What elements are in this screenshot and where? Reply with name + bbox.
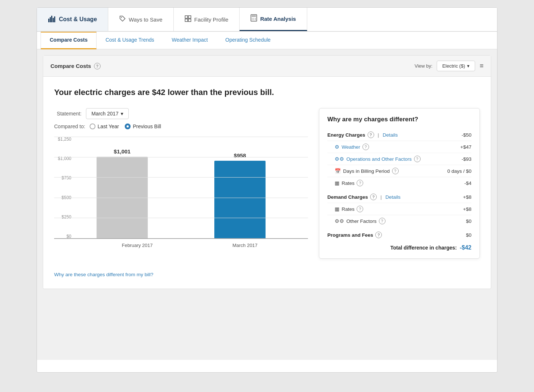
rates-energy-value: -$4 bbox=[464, 180, 471, 186]
view-by-dropdown[interactable]: Electric ($) ▾ bbox=[437, 61, 475, 71]
bar-label-feb: February 2017 bbox=[122, 243, 153, 248]
demand-charges-value: +$8 bbox=[463, 194, 471, 200]
demand-charges-label: Demand Charges ? | Details bbox=[327, 194, 400, 200]
chart-controls: Statement: March 2017 ▾ Compared to: bbox=[54, 108, 308, 129]
svg-rect-6 bbox=[185, 16, 188, 18]
info-box: Why are my charges different? Energy Cha… bbox=[319, 108, 480, 259]
bar-value-mar: $958 bbox=[234, 152, 246, 159]
statement-value: March 2017 bbox=[91, 111, 119, 117]
weather-row: ⚙ Weather ? +$47 bbox=[327, 141, 471, 153]
weather-help-icon[interactable]: ? bbox=[362, 144, 369, 150]
compare-label: Compared to: bbox=[54, 123, 85, 129]
programs-fees-section: Programs and Fees ? $0 bbox=[327, 229, 471, 241]
app-container: Cost & Usage Ways to Save Facility Pro bbox=[37, 7, 497, 373]
svg-point-16 bbox=[253, 19, 254, 20]
card-header: Compare Costs ? View by: Electric ($) ▾ … bbox=[43, 56, 491, 77]
energy-charges-header-row: Energy Charges ? | Details -$50 bbox=[327, 129, 471, 141]
svg-point-5 bbox=[121, 17, 122, 18]
days-billing-value: 0 days / $0 bbox=[447, 168, 471, 174]
svg-point-17 bbox=[255, 19, 256, 20]
demand-charges-details-link[interactable]: Details bbox=[386, 194, 400, 200]
other-factors-label: ⚙⚙ Other Factors ? bbox=[335, 218, 386, 224]
total-row: Total difference in charges: -$42 bbox=[327, 241, 471, 251]
rates-demand-row: ▦ Rates ? +$8 bbox=[327, 203, 471, 215]
calculator-icon bbox=[251, 14, 257, 23]
operations-help-icon[interactable]: ? bbox=[414, 156, 421, 162]
statement-label: Statement: bbox=[54, 111, 82, 117]
weather-value: +$47 bbox=[460, 144, 471, 150]
card-header-right: View by: Electric ($) ▾ ≡ bbox=[414, 61, 484, 71]
bar-label-mar: March 2017 bbox=[232, 243, 257, 248]
radio-group: Last Year Previous Bill bbox=[90, 123, 161, 129]
radio-label-last-year: Last Year bbox=[98, 123, 119, 129]
sub-nav-item-cost-usage-trends[interactable]: Cost & Usage Trends bbox=[97, 32, 163, 49]
operations-value: -$93 bbox=[462, 156, 471, 162]
radio-previous-bill[interactable]: Previous Bill bbox=[125, 123, 161, 129]
top-nav-item-facility-profile[interactable]: Facility Profile bbox=[174, 8, 240, 31]
rates-demand-value: +$8 bbox=[463, 206, 471, 212]
weather-gear-icon: ⚙ bbox=[335, 144, 339, 150]
energy-charges-details-link[interactable]: Details bbox=[383, 132, 398, 138]
info-box-title: Why are my charges different? bbox=[327, 116, 471, 123]
operations-gear-icon: ⚙⚙ bbox=[335, 156, 344, 162]
top-nav-item-ways-to-save[interactable]: Ways to Save bbox=[108, 8, 174, 31]
radio-label-previous-bill: Previous Bill bbox=[133, 123, 161, 129]
chart-section: Statement: March 2017 ▾ Compared to: bbox=[54, 108, 308, 261]
other-factors-help-icon[interactable]: ? bbox=[379, 218, 386, 224]
compare-row: Compared to: Last Year Previous Bill bbox=[54, 123, 308, 129]
programs-fees-help-icon[interactable]: ? bbox=[375, 232, 382, 238]
svg-rect-11 bbox=[252, 15, 256, 17]
sub-nav-item-weather-impact[interactable]: Weather Impact bbox=[163, 32, 217, 49]
top-nav-label-ways-to-save: Ways to Save bbox=[129, 16, 162, 23]
statement-chevron-icon: ▾ bbox=[121, 111, 123, 117]
bar-feb bbox=[97, 157, 148, 239]
rates-demand-help-icon[interactable]: ? bbox=[357, 206, 363, 212]
svg-rect-8 bbox=[185, 19, 188, 22]
bar-chart-container: $1,250 $1,000 $750 $500 $250 $0 bbox=[54, 137, 308, 261]
sub-nav-item-compare-costs[interactable]: Compare Costs bbox=[41, 32, 97, 49]
statement-dropdown[interactable]: March 2017 ▾ bbox=[86, 108, 129, 119]
demand-charges-section: Demand Charges ? | Details +$8 ▦ bbox=[327, 191, 471, 227]
rates-energy-row: ▦ Rates ? -$4 bbox=[327, 177, 471, 189]
energy-charges-help-icon[interactable]: ? bbox=[368, 132, 374, 138]
demand-charges-header-row: Demand Charges ? | Details +$8 bbox=[327, 191, 471, 203]
rates-energy-grid-icon: ▦ bbox=[335, 180, 339, 186]
footer-link[interactable]: Why are these charges different from my … bbox=[54, 272, 153, 277]
bar-mar bbox=[214, 161, 266, 239]
top-nav-item-rate-analysis[interactable]: Rate Analysis bbox=[240, 8, 307, 31]
demand-charges-help-icon[interactable]: ? bbox=[370, 194, 377, 200]
radio-last-year[interactable]: Last Year bbox=[90, 123, 119, 129]
view-by-label: View by: bbox=[414, 63, 432, 69]
content-row: Statement: March 2017 ▾ Compared to: bbox=[54, 108, 480, 261]
card-header-left: Compare Costs ? bbox=[50, 63, 101, 69]
compare-costs-card: Compare Costs ? View by: Electric ($) ▾ … bbox=[43, 55, 491, 289]
rates-energy-label: ▦ Rates ? bbox=[335, 180, 363, 186]
svg-point-15 bbox=[252, 19, 253, 20]
days-billing-help-icon[interactable]: ? bbox=[392, 168, 399, 174]
programs-fees-label: Programs and Fees ? bbox=[327, 232, 382, 238]
other-factors-value: $0 bbox=[466, 218, 471, 224]
tag-icon bbox=[119, 15, 126, 24]
rates-demand-label: ▦ Rates ? bbox=[335, 206, 363, 212]
radio-circle-previous-bill bbox=[125, 123, 131, 129]
operations-row: ⚙⚙ Operations and Other Factors ? -$93 bbox=[327, 153, 471, 165]
top-nav-item-cost-usage[interactable]: Cost & Usage bbox=[37, 8, 108, 31]
programs-fees-header-row: Programs and Fees ? $0 bbox=[327, 229, 471, 241]
rates-energy-help-icon[interactable]: ? bbox=[357, 180, 363, 186]
footer-link-container: Why are these charges different from my … bbox=[54, 267, 480, 278]
energy-charges-section: Energy Charges ? | Details -$50 ⚙ bbox=[327, 129, 471, 189]
svg-point-14 bbox=[255, 18, 256, 19]
svg-rect-9 bbox=[188, 19, 191, 22]
card-title-help-icon[interactable]: ? bbox=[94, 63, 101, 69]
bar-group-feb: $1,001 bbox=[69, 137, 176, 239]
hamburger-menu-icon[interactable]: ≡ bbox=[480, 62, 484, 70]
svg-rect-3 bbox=[53, 18, 54, 22]
rates-demand-grid-icon: ▦ bbox=[335, 206, 339, 212]
top-nav: Cost & Usage Ways to Save Facility Pro bbox=[37, 8, 497, 32]
card-title: Compare Costs bbox=[50, 63, 91, 69]
svg-rect-0 bbox=[48, 19, 49, 22]
total-value: -$42 bbox=[460, 244, 471, 251]
sub-nav: Compare Costs Cost & Usage Trends Weathe… bbox=[37, 32, 497, 49]
view-by-value: Electric ($) bbox=[442, 63, 465, 69]
sub-nav-item-operating-schedule[interactable]: Operating Schedule bbox=[217, 32, 279, 49]
